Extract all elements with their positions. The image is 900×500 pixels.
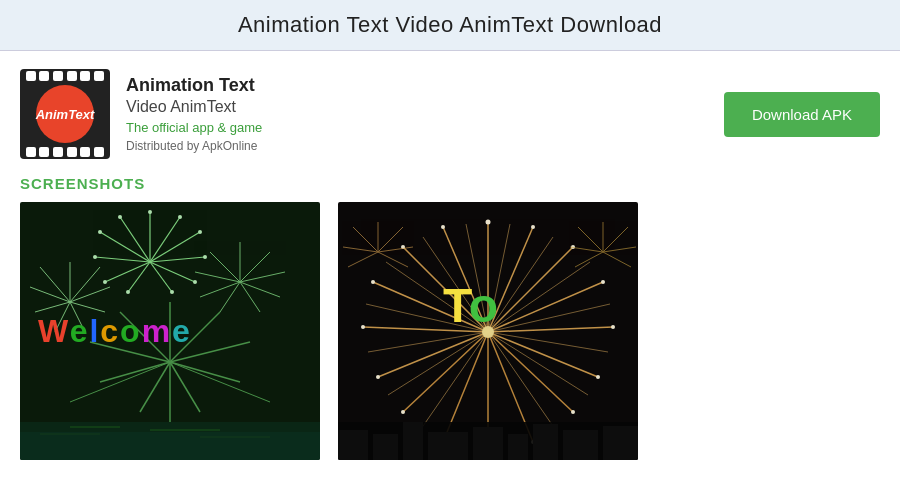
svg-rect-131 [563, 430, 598, 460]
screenshot-1: Welcome [20, 202, 320, 460]
svg-point-19 [93, 255, 97, 259]
screenshot-2: To [338, 202, 638, 460]
film-holes-bottom [20, 145, 110, 159]
svg-point-16 [193, 280, 197, 284]
film-holes-top [20, 69, 110, 83]
svg-point-18 [98, 230, 102, 234]
app-info-row: AnimText Animation Text Video AnimText T… [0, 51, 900, 169]
screenshots-label: SCREENSHOTS [20, 175, 880, 192]
svg-point-106 [441, 225, 445, 229]
app-distributed: Distributed by ApkOnline [126, 139, 708, 153]
svg-rect-130 [533, 424, 558, 460]
svg-point-13 [178, 215, 182, 219]
svg-text:To: To [443, 279, 498, 332]
film-hole [80, 71, 90, 81]
app-icon-text: AnimText [36, 107, 95, 122]
svg-point-103 [361, 325, 365, 329]
svg-point-91 [486, 220, 491, 225]
svg-rect-125 [373, 434, 398, 460]
svg-point-21 [126, 290, 130, 294]
screenshots-row: Welcome [20, 202, 880, 460]
app-tagline: The official app & game [126, 120, 708, 135]
film-hole [39, 71, 49, 81]
svg-rect-55 [20, 432, 320, 460]
svg-point-17 [118, 215, 122, 219]
svg-point-20 [103, 280, 107, 284]
page-header: Animation Text Video AnimText Download [0, 0, 900, 51]
svg-point-104 [371, 280, 375, 284]
page-title: Animation Text Video AnimText Download [0, 12, 900, 38]
film-hole [94, 71, 104, 81]
svg-rect-126 [403, 422, 423, 460]
app-name-sub: Video AnimText [126, 98, 708, 116]
app-details: Animation Text Video AnimText The offici… [126, 75, 708, 153]
svg-point-22 [170, 290, 174, 294]
screenshots-section: SCREENSHOTS [0, 169, 900, 470]
app-name-main: Animation Text [126, 75, 708, 96]
film-hole [94, 147, 104, 157]
screenshot-1-image: Welcome [20, 202, 320, 460]
svg-rect-128 [473, 427, 503, 460]
film-hole [80, 147, 90, 157]
film-hole [53, 71, 63, 81]
svg-point-94 [601, 280, 605, 284]
svg-point-97 [571, 410, 575, 414]
film-hole [53, 147, 63, 157]
svg-text:Welcome: Welcome [38, 313, 192, 349]
svg-point-96 [596, 375, 600, 379]
film-hole [39, 147, 49, 157]
film-hole [67, 71, 77, 81]
svg-point-92 [531, 225, 535, 229]
svg-rect-132 [603, 426, 638, 460]
svg-point-14 [198, 230, 202, 234]
app-icon: AnimText [20, 69, 110, 159]
app-icon-wrapper: AnimText [20, 69, 110, 159]
svg-rect-127 [428, 432, 468, 460]
svg-rect-129 [508, 434, 528, 460]
svg-point-12 [148, 210, 152, 214]
film-hole [26, 71, 36, 81]
svg-rect-124 [338, 430, 368, 460]
svg-point-101 [401, 410, 405, 414]
svg-point-95 [611, 325, 615, 329]
app-icon-circle: AnimText [36, 85, 94, 143]
film-hole [67, 147, 77, 157]
svg-point-102 [376, 375, 380, 379]
screenshot-2-image: To [338, 202, 638, 460]
download-apk-button[interactable]: Download APK [724, 92, 880, 137]
film-hole [26, 147, 36, 157]
svg-point-15 [203, 255, 207, 259]
